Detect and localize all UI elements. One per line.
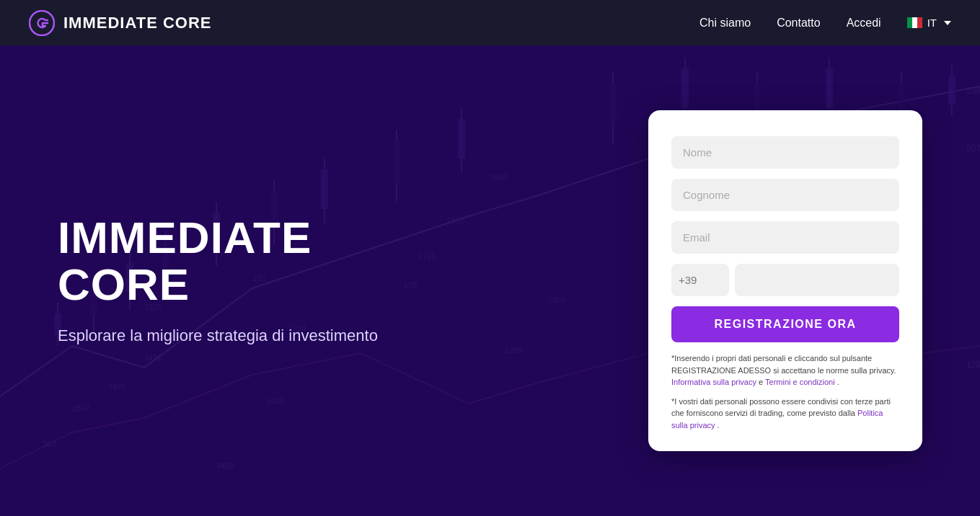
privacy-link[interactable]: Informativa sulla privacy <box>671 378 756 386</box>
nav-chi-siamo[interactable]: Chi siamo <box>699 17 751 30</box>
language-code: IT <box>927 17 937 29</box>
hero-content: IMMEDIATE CORE Esplorare la migliore str… <box>0 65 980 451</box>
nav-links: Chi siamo Contatto Accedi IT <box>699 17 951 30</box>
brand-logo-area[interactable]: IMMEDIATE CORE <box>29 10 211 36</box>
cognome-input[interactable] <box>671 179 899 211</box>
hero-section: 2382 2074 1281 1847 2118 1765 178 1324 1… <box>0 0 980 516</box>
svg-rect-3 <box>917 17 922 28</box>
email-input[interactable] <box>671 221 899 254</box>
form-disclaimer-1: *Inserendo i propri dati personali e cli… <box>671 352 899 388</box>
phone-row <box>671 264 899 296</box>
hero-subtitle: Esplorare la migliore strategia di inves… <box>58 325 433 347</box>
language-selector[interactable]: IT <box>907 17 951 29</box>
svg-rect-1 <box>907 17 912 28</box>
form-disclaimer-2: *I vostri dati personali possono essere … <box>671 396 899 432</box>
hero-title: IMMEDIATE CORE <box>58 214 433 308</box>
navbar: IMMEDIATE CORE Chi siamo Contatto Accedi… <box>0 0 980 45</box>
register-button[interactable]: REGISTRAZIONE ORA <box>671 306 899 342</box>
hero-text-area: IMMEDIATE CORE Esplorare la migliore str… <box>58 214 433 347</box>
nav-accedi[interactable]: Accedi <box>847 17 881 30</box>
italian-flag-icon <box>907 17 923 28</box>
nome-input[interactable] <box>671 136 899 169</box>
chevron-down-icon <box>944 21 951 25</box>
terms-link[interactable]: Termini e condizioni <box>765 378 835 386</box>
nav-contatto[interactable]: Contatto <box>777 17 820 30</box>
phone-input[interactable] <box>735 264 899 296</box>
registration-form-card: REGISTRAZIONE ORA *Inserendo i propri da… <box>648 110 922 451</box>
phone-prefix-input[interactable] <box>671 264 729 296</box>
svg-rect-2 <box>912 17 917 28</box>
brand-icon <box>29 10 55 36</box>
brand-name: IMMEDIATE CORE <box>63 14 211 32</box>
